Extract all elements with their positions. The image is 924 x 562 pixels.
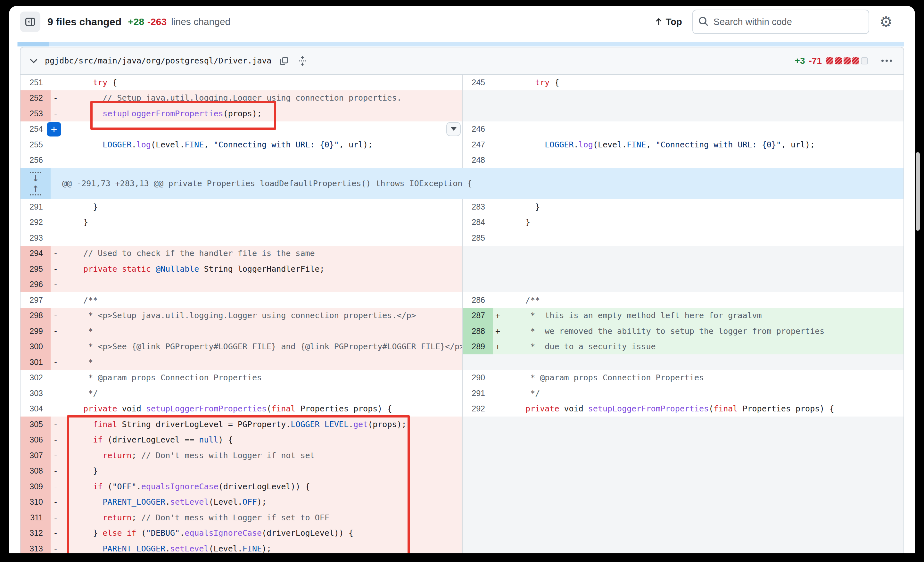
line-number[interactable]: 311	[21, 510, 51, 526]
line-number[interactable]: 290	[463, 370, 493, 386]
diff-page: 9 files changed +28 -263 lines changed T…	[9, 6, 915, 553]
line-number[interactable]: 252	[21, 90, 51, 106]
line-number[interactable]: 299	[21, 323, 51, 339]
diff-row: 292 }	[21, 215, 462, 230]
code-line: */	[74, 389, 462, 398]
diff-filler	[463, 354, 903, 370]
file-deletions-count: -71	[809, 56, 822, 66]
code-line: PARENT_LOGGER.setLevel(Level.OFF);	[74, 497, 462, 507]
line-number[interactable]: 253	[21, 106, 51, 121]
line-number[interactable]: 305	[21, 417, 51, 432]
line-number[interactable]: 254	[21, 121, 51, 137]
expand-down-icon[interactable]: ↓	[28, 170, 43, 183]
code-line: return; // Don't mess with Logger if not…	[74, 451, 462, 460]
line-number[interactable]: 295	[21, 261, 51, 277]
code-line: * <p>See {@link PGProperty#LOGGER_FILE} …	[74, 342, 462, 351]
line-number[interactable]: 292	[21, 215, 51, 230]
line-number[interactable]: 246	[463, 121, 493, 137]
diff-section-top: 251 try {252- // Setup java.util.logging…	[21, 75, 903, 168]
diff-marker: -	[51, 311, 74, 320]
line-number[interactable]: 247	[463, 137, 493, 153]
diff-marker: -	[51, 358, 74, 367]
row-options-dropdown[interactable]	[446, 122, 461, 136]
line-number[interactable]: 297	[21, 292, 51, 308]
diff-row: 256	[21, 153, 462, 168]
line-number[interactable]: 256	[21, 153, 51, 168]
diff-row: 290 * @param props Connection Properties	[463, 370, 903, 386]
diff-settings-gear-icon[interactable]: ⚙	[878, 14, 894, 30]
file-path[interactable]: pgjdbc/src/main/java/org/postgresql/Driv…	[45, 56, 272, 65]
code-line: /**	[74, 295, 462, 305]
line-number[interactable]: 293	[21, 230, 51, 246]
line-number[interactable]: 309	[21, 479, 51, 495]
copy-path-icon[interactable]	[278, 55, 290, 67]
diff-row: 298- * <p>Setup java.util.logging.Logger…	[21, 308, 462, 324]
vertical-scrollbar-thumb[interactable]	[916, 152, 920, 231]
scroll-indicator-thumb	[18, 42, 49, 46]
line-number[interactable]: 284	[463, 215, 493, 230]
old-code-pane: 291 }292 }293294- // Used to check if th…	[21, 199, 462, 553]
back-to-top-button[interactable]: Top	[653, 16, 684, 27]
line-number[interactable]: 313	[21, 541, 51, 553]
file-tree-toggle-button[interactable]	[20, 12, 40, 32]
code-line: private static @Nullable String loggerHa…	[74, 264, 462, 274]
collapse-file-chevron-icon[interactable]	[28, 57, 39, 65]
old-code-pane: 251 try {252- // Setup java.util.logging…	[21, 75, 462, 168]
line-number[interactable]: 289	[463, 339, 493, 355]
line-number[interactable]: 285	[463, 230, 493, 246]
diff-row: 307- return; // Don't mess with Logger i…	[21, 448, 462, 463]
file-options-kebab-icon[interactable]	[879, 57, 894, 64]
line-number[interactable]: 306	[21, 432, 51, 448]
line-number[interactable]: 255	[21, 137, 51, 153]
line-number[interactable]: 292	[463, 401, 493, 417]
line-number[interactable]: 251	[21, 75, 51, 90]
add-comment-button[interactable]: +	[47, 122, 61, 136]
line-number[interactable]: 301	[21, 354, 51, 370]
line-number[interactable]: 291	[21, 199, 51, 215]
diff-marker: -	[51, 280, 74, 289]
diff-row: 289+ * due to a security issue	[463, 339, 903, 355]
diff-row: 253- setupLoggerFromProperties(props);	[21, 106, 462, 121]
diff-marker: -	[51, 513, 74, 522]
line-number[interactable]: 287	[463, 308, 493, 324]
diff-marker: -	[51, 109, 74, 118]
line-number[interactable]: 286	[463, 292, 493, 308]
diff-row: 300- * <p>See {@link PGProperty#LOGGER_F…	[21, 339, 462, 355]
diff-marker: -	[51, 327, 74, 336]
deleted-block	[852, 57, 859, 64]
search-within-code-input[interactable]	[692, 10, 869, 34]
line-number[interactable]: 304	[21, 401, 51, 417]
diff-row: 245 try {	[463, 75, 903, 90]
files-changed-header: 9 files changed +28 -263 lines changed T…	[9, 6, 915, 38]
diff-row: 291 }	[21, 199, 462, 215]
line-number[interactable]: 248	[463, 153, 493, 168]
diff-row: 310- PARENT_LOGGER.setLevel(Level.OFF);	[21, 495, 462, 510]
expand-all-hunks-icon[interactable]	[296, 54, 309, 67]
diff-section-bottom: 291 }292 }293294- // Used to check if th…	[21, 199, 903, 553]
diff-row: 255 LOGGER.log(Level.FINE, "Connecting w…	[21, 137, 462, 153]
line-number[interactable]: 307	[21, 448, 51, 463]
line-number[interactable]: 245	[463, 75, 493, 90]
line-number[interactable]: 296	[21, 277, 51, 292]
diff-row: 303 */	[21, 385, 462, 401]
diff-row: 313- PARENT_LOGGER.setLevel(Level.FINE);	[21, 541, 462, 553]
diff-row: 292 private void setupLoggerFromProperti…	[463, 401, 903, 417]
line-number[interactable]: 294	[21, 246, 51, 261]
line-number[interactable]: 308	[21, 463, 51, 479]
line-number[interactable]: 300	[21, 339, 51, 355]
line-number[interactable]: 288	[463, 323, 493, 339]
line-number[interactable]: 283	[463, 199, 493, 215]
hunk-header-text: @@ -291,73 +283,13 @@ private Properties…	[62, 179, 472, 188]
diff-row: 284 }	[463, 215, 903, 230]
line-number[interactable]: 302	[21, 370, 51, 386]
line-number[interactable]: 298	[21, 308, 51, 324]
expand-up-icon[interactable]: ↑	[28, 184, 43, 197]
diff-marker: -	[51, 466, 74, 475]
line-number[interactable]: 310	[21, 495, 51, 510]
line-number[interactable]: 303	[21, 385, 51, 401]
line-number[interactable]: 291	[463, 385, 493, 401]
line-number[interactable]: 312	[21, 526, 51, 541]
diff-row: 299- *	[21, 323, 462, 339]
diff-marker: -	[51, 482, 74, 491]
diff-row: 251 try {	[21, 75, 462, 90]
